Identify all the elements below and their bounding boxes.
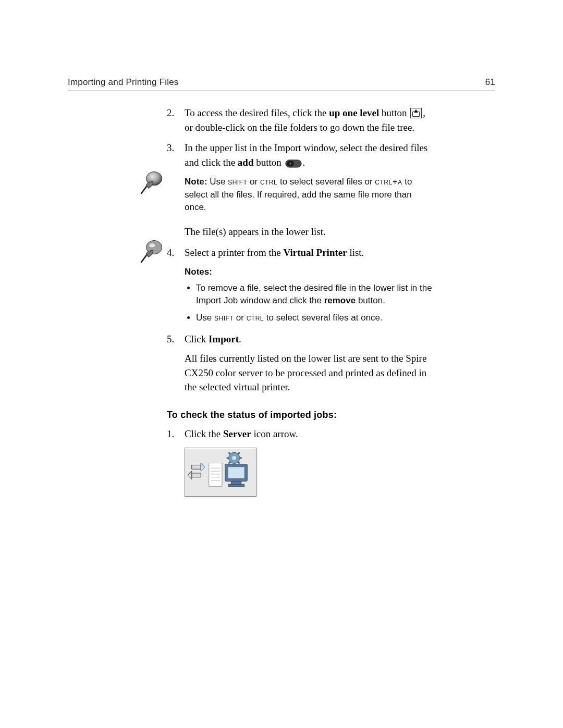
server-icon-figure (185, 448, 256, 497)
note-bullet: Use shift or ctrl to select several file… (196, 312, 433, 325)
svg-rect-14 (228, 467, 244, 478)
step-number: 4. (167, 245, 185, 260)
note-bullet: To remove a file, select the desired fil… (196, 282, 433, 307)
virtual-printer-label: Virtual Printer (283, 247, 347, 258)
keycap: ctrl (247, 313, 264, 323)
step-4: 4. Select a printer from the Virtual Pri… (167, 245, 433, 260)
step-body: To access the desired files, click the u… (185, 106, 433, 134)
step-body: Click the Server icon arrow. (185, 427, 433, 441)
pushpin-icon (136, 168, 167, 199)
svg-rect-16 (228, 484, 244, 487)
notes-label: Notes: (185, 266, 433, 279)
step-body: In the upper list in the Import window, … (185, 141, 433, 169)
svg-rect-6 (192, 473, 201, 477)
header-title: Importing and Printing Files (68, 77, 179, 88)
step-5: 5. Click Import. All files currently lis… (167, 332, 433, 394)
svg-line-24 (229, 452, 230, 454)
pushpin-icon (136, 237, 167, 268)
subheading-check-status: To check the status of imported jobs: (167, 408, 433, 422)
add-button-icon (285, 158, 302, 169)
step-number: 1. (167, 427, 185, 441)
note-label: Note: (185, 177, 207, 187)
import-label: Import (209, 334, 239, 344)
step-number: 3. (167, 141, 185, 169)
note-block: Note: Use shift or ctrl to select severa… (185, 176, 433, 214)
svg-line-26 (229, 462, 230, 463)
up-one-level-label: up one level (329, 107, 379, 118)
header-page-number: 61 (485, 77, 495, 88)
add-label: add (238, 157, 254, 168)
keycap: ctrl+a (375, 177, 402, 187)
up-one-level-icon (410, 108, 422, 118)
step-number: 5. (167, 332, 185, 394)
result-line: The file(s) appears in the lower list. (167, 225, 433, 239)
svg-rect-5 (192, 465, 201, 469)
keycap: ctrl (260, 177, 277, 187)
keycap: shift (214, 313, 234, 323)
step-result-paragraph: All files currently listed on the lower … (185, 351, 433, 394)
svg-rect-15 (231, 481, 241, 484)
step-body: Click Import. All files currently listed… (185, 332, 433, 394)
step-2: 2. To access the desired files, click th… (167, 106, 433, 134)
step-number: 2. (167, 106, 185, 134)
step-3: 3. In the upper list in the Import windo… (167, 141, 433, 169)
status-step-1: 1. Click the Server icon arrow. (167, 427, 433, 441)
svg-line-23 (238, 452, 240, 454)
keycap: shift (228, 177, 247, 187)
svg-rect-7 (209, 463, 222, 486)
svg-line-25 (238, 462, 240, 463)
svg-point-2 (149, 243, 155, 248)
page-header: Importing and Printing Files 61 (68, 77, 495, 91)
remove-label: remove (324, 295, 356, 305)
svg-point-18 (232, 456, 236, 460)
server-label: Server (223, 428, 251, 439)
step-body: Select a printer from the Virtual Printe… (185, 245, 433, 260)
notes-block: Notes: To remove a file, select the desi… (185, 266, 433, 325)
